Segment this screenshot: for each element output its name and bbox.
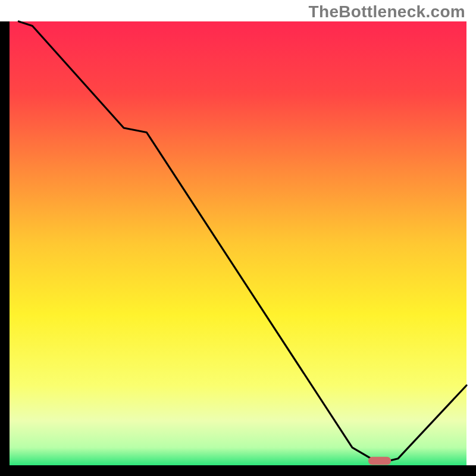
optimal-marker (368, 457, 391, 465)
watermark-text: TheBottleneck.com (309, 2, 465, 21)
y-axis (0, 21, 10, 476)
chart-canvas (0, 0, 476, 476)
plot-background (10, 21, 466, 465)
bottleneck-chart: TheBottleneck.com (0, 0, 476, 476)
x-axis (0, 465, 476, 476)
